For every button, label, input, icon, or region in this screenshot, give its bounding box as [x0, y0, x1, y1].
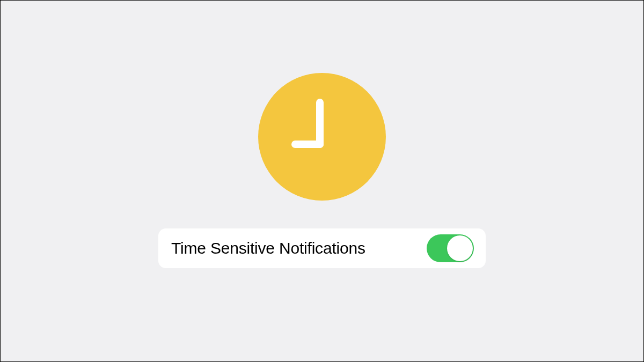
settings-row: Time Sensitive Notifications	[158, 228, 486, 268]
clock-hand-hour	[291, 141, 324, 148]
clock-icon	[258, 73, 386, 201]
toggle-knob	[447, 235, 473, 261]
time-sensitive-toggle[interactable]	[427, 234, 474, 262]
settings-label: Time Sensitive Notifications	[171, 239, 365, 257]
